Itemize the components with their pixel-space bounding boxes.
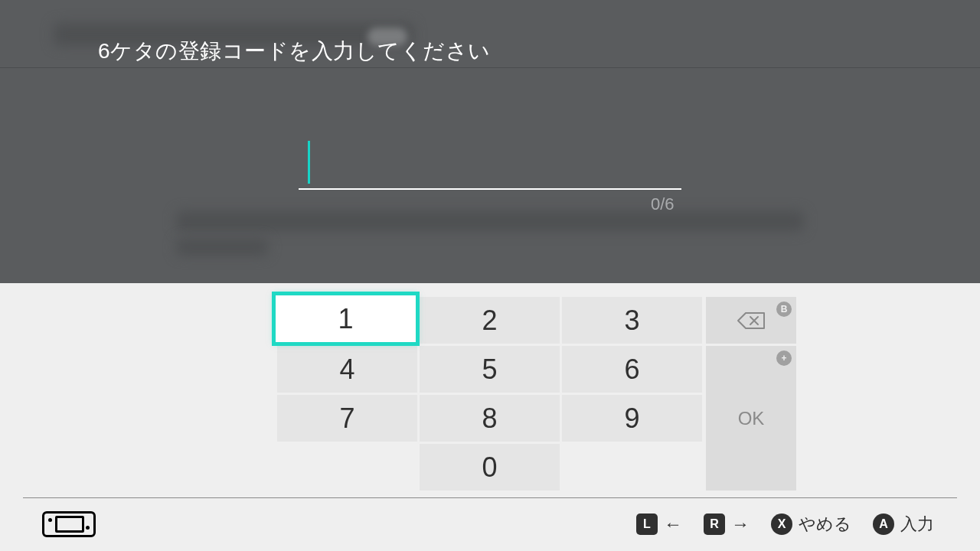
key-2[interactable]: 2 — [420, 297, 560, 344]
key-3[interactable]: 3 — [562, 297, 702, 344]
keypad: 1 2 3 4 5 6 7 8 9 0 B OK + — [0, 283, 980, 497]
key-5[interactable]: 5 — [420, 346, 560, 393]
key-ok[interactable]: OK + — [706, 346, 796, 491]
r-chip-icon: R — [704, 514, 725, 535]
prompt-title: 6ケタの登録コードを入力してください — [98, 37, 491, 66]
key-backspace[interactable]: B — [706, 297, 796, 344]
input-underline[interactable] — [299, 188, 681, 190]
input-counter: 0/6 — [651, 194, 675, 214]
console-icon — [42, 511, 96, 537]
footer-hints: L ← R → X やめる A 入力 — [636, 497, 934, 551]
key-4[interactable]: 4 — [277, 346, 417, 393]
key-1[interactable]: 1 — [274, 294, 417, 344]
hint-confirm[interactable]: A 入力 — [873, 513, 934, 536]
top-area: 6ケタの登録コードを入力してください 0/6 — [0, 0, 980, 283]
confirm-label: 入力 — [900, 513, 934, 536]
divider — [0, 67, 980, 68]
key-ok-label: OK — [738, 408, 765, 429]
hint-cancel[interactable]: X やめる — [771, 513, 851, 536]
blurred-bg-text — [176, 239, 268, 256]
input-cursor — [308, 141, 310, 184]
key-7[interactable]: 7 — [277, 395, 417, 442]
badge-plus-icon: + — [776, 350, 792, 366]
key-0[interactable]: 0 — [420, 444, 560, 491]
blurred-bg-text — [176, 211, 804, 231]
cancel-label: やめる — [799, 513, 851, 536]
badge-b-icon: B — [776, 302, 792, 317]
l-chip-icon: L — [636, 514, 658, 535]
footer: L ← R → X やめる A 入力 — [0, 497, 980, 551]
arrow-right-icon: → — [731, 514, 750, 535]
key-9[interactable]: 9 — [562, 395, 702, 442]
backspace-icon — [737, 311, 766, 330]
hint-r-right: R → — [704, 514, 750, 535]
a-chip-icon: A — [873, 514, 894, 535]
key-6[interactable]: 6 — [562, 346, 702, 393]
screen: 6ケタの登録コードを入力してください 0/6 1 2 3 4 5 6 7 8 9… — [0, 0, 980, 551]
key-8[interactable]: 8 — [420, 395, 560, 442]
arrow-left-icon: ← — [664, 514, 682, 535]
x-chip-icon: X — [771, 514, 792, 535]
hint-l-left: L ← — [636, 514, 682, 535]
